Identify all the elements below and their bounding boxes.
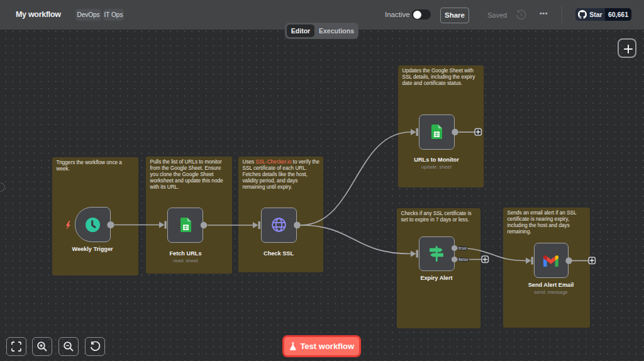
svg-text:true: true: [458, 246, 467, 250]
svg-text:false: false: [458, 257, 469, 262]
